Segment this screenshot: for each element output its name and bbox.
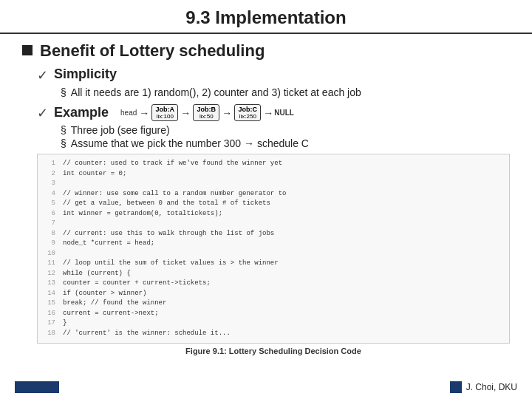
code-line: 1// counter: used to track if we've foun…	[45, 159, 502, 169]
slide-title: 9.3 Implementation	[15, 7, 517, 28]
line-number: 15	[45, 299, 55, 309]
figure-caption: Figure 9.1: Lottery Scheduling Decision …	[37, 347, 510, 355]
line-text: // get a value, between 0 and the total …	[63, 199, 270, 209]
code-line: 17}	[45, 318, 502, 329]
code-line: 5// get a value, between 0 and the total…	[45, 199, 502, 209]
head-label: head	[120, 109, 137, 117]
null-label: NULL	[274, 109, 294, 117]
arrow-1: →	[180, 107, 191, 119]
line-text: // winner: use some call to a random num…	[63, 189, 286, 200]
slide-content: Benefit of Lottery scheduling ✓ Simplici…	[0, 34, 532, 370]
node-a-box: Job:A lix:100	[151, 104, 178, 121]
simplicity-label: Simplicity	[54, 66, 117, 82]
line-text: int winner = getrandom(0, totaltickets);	[63, 209, 222, 219]
example-sub-1: Three job (see figure)	[61, 124, 510, 136]
arrow-0: →	[139, 107, 149, 119]
line-number: 8	[45, 229, 55, 239]
code-line: 4// winner: use some call to a random nu…	[45, 189, 502, 200]
arrow-2: →	[222, 107, 232, 119]
code-line: 9node_t *current = head;	[45, 239, 502, 249]
simplicity-sub-1: All it needs are 1) random(), 2) counter…	[61, 86, 510, 98]
code-line: 15 break; // found the winner	[45, 299, 502, 309]
node-c: Job:C lix:250	[234, 104, 261, 121]
check-icon-example: ✓	[37, 105, 48, 121]
bullet-icon	[22, 45, 33, 55]
figure-caption-text: Lottery Scheduling Decision Code	[227, 347, 361, 355]
code-line: 12while (current) {	[45, 269, 502, 279]
line-text: // current: use this to walk through the…	[63, 229, 274, 239]
example-sub-2: Assume that we pick the number 300 → sch…	[61, 137, 510, 149]
line-number: 1	[45, 159, 55, 169]
node-b-box: Job:B lix:50	[193, 104, 219, 121]
line-text: node_t *current = head;	[63, 239, 154, 249]
line-number: 17	[45, 318, 55, 329]
line-number: 10	[45, 249, 55, 259]
code-line: 16 current = current->next;	[45, 309, 502, 319]
example-label: Example	[54, 105, 109, 120]
line-number: 5	[45, 199, 55, 209]
footer: J. Choi, DKU	[450, 381, 517, 393]
line-number: 16	[45, 309, 55, 319]
line-text: current = current->next;	[63, 309, 159, 319]
line-text: // counter: used to track if we've found…	[63, 159, 282, 169]
node-c-box: Job:C lix:250	[234, 104, 261, 121]
code-line: 11// loop until the sum of ticket values…	[45, 259, 502, 269]
line-number: 13	[45, 279, 55, 289]
simplicity-item: ✓ Simplicity	[37, 66, 510, 83]
example-section: ✓ Example head → Job:A lix:100 →	[37, 104, 510, 149]
code-line: 10	[45, 249, 502, 259]
slide: 9.3 Implementation Benefit of Lottery sc…	[0, 0, 532, 399]
main-bullet: Benefit of Lottery scheduling	[22, 41, 510, 61]
line-number: 6	[45, 209, 55, 219]
code-line: 18// 'current' is the winner: schedule i…	[45, 329, 502, 339]
example-row: ✓ Example head → Job:A lix:100 →	[37, 104, 510, 121]
sub-section: ✓ Simplicity All it needs are 1) random(…	[37, 66, 510, 355]
line-number: 18	[45, 329, 55, 339]
line-number: 11	[45, 259, 55, 269]
line-text: break; // found the winner	[63, 299, 166, 309]
line-text: }	[63, 318, 66, 329]
code-line: 14 if (counter > winner)	[45, 289, 502, 299]
footer-text: J. Choi, DKU	[466, 382, 517, 392]
line-number: 3	[45, 179, 55, 189]
code-line: 13 counter = counter + current->tickets;	[45, 279, 502, 289]
linked-list-diagram: head → Job:A lix:100 → Job:B	[120, 104, 294, 121]
code-line: 8// current: use this to walk through th…	[45, 229, 502, 239]
line-number: 14	[45, 289, 55, 299]
line-number: 4	[45, 189, 55, 200]
arrow-3: →	[263, 107, 273, 119]
simplicity-subitems: All it needs are 1) random(), 2) counter…	[61, 86, 510, 98]
line-number: 7	[45, 219, 55, 229]
node-a: Job:A lix:100	[151, 104, 178, 121]
check-icon-simplicity: ✓	[37, 67, 48, 83]
code-line: 6int winner = getrandom(0, totaltickets)…	[45, 209, 502, 219]
code-line: 2int counter = 0;	[45, 169, 502, 180]
figure-caption-bold: Figure 9.1:	[185, 347, 227, 355]
line-number: 2	[45, 169, 55, 180]
node-b: Job:B lix:50	[193, 104, 219, 121]
line-text: while (current) {	[63, 269, 131, 279]
line-number: 9	[45, 239, 55, 249]
footer-left-bar	[15, 381, 59, 393]
line-text: if (counter > winner)	[63, 289, 146, 299]
line-text: // loop until the sum of ticket values i…	[63, 259, 279, 269]
footer-box	[450, 381, 462, 393]
example-subitems: Three job (see figure) Assume that we pi…	[61, 124, 510, 149]
main-bullet-text: Benefit of Lottery scheduling	[40, 41, 265, 61]
line-text: int counter = 0;	[63, 169, 126, 180]
line-text: // 'current' is the winner: schedule it.…	[63, 329, 231, 339]
line-number: 12	[45, 269, 55, 279]
line-text: counter = counter + current->tickets;	[63, 279, 211, 289]
code-block: 1// counter: used to track if we've foun…	[37, 154, 510, 344]
code-line: 7	[45, 219, 502, 229]
slide-header: 9.3 Implementation	[0, 0, 532, 34]
code-line: 3	[45, 179, 502, 189]
